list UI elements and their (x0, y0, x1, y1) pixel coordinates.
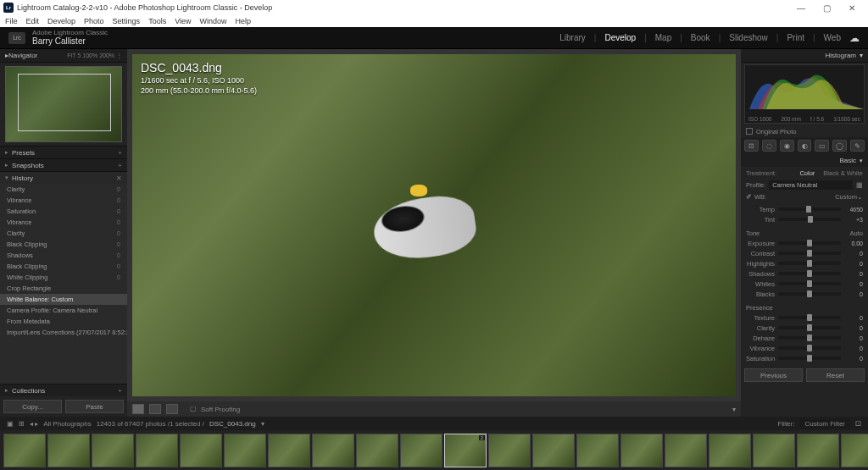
exposure-slider[interactable]: Exposure0.00 (746, 238, 863, 248)
filmstrip-thumb[interactable] (312, 434, 354, 467)
menu-view[interactable]: View (175, 17, 191, 25)
history-item[interactable]: Saturation0 (0, 206, 127, 217)
filter-lock-icon[interactable]: ⚀ (855, 420, 861, 428)
module-web[interactable]: Web (824, 33, 841, 42)
minimize-button[interactable]: — (788, 3, 814, 13)
module-print[interactable]: Print (787, 33, 804, 42)
vibrance-slider[interactable]: Vibrance0 (746, 343, 863, 353)
toolbar-expand-icon[interactable]: ▾ (732, 406, 736, 413)
filmstrip-thumb[interactable] (268, 434, 310, 467)
brush-tool[interactable]: ✎ (850, 140, 865, 152)
filmstrip-thumb[interactable] (665, 434, 707, 467)
treatment-bw[interactable]: Black & White (823, 169, 863, 177)
filmstrip-thumb[interactable] (709, 434, 751, 467)
radial-tool[interactable]: ◯ (832, 140, 847, 152)
reset-button[interactable]: Reset (806, 368, 865, 382)
history-item[interactable]: White Clipping0 (0, 272, 127, 283)
presets-section[interactable]: ▸Presets+ (0, 146, 127, 158)
menu-tools[interactable]: Tools (148, 17, 166, 25)
module-book[interactable]: Book (691, 33, 710, 42)
histogram[interactable]: ISO 1000 200 mm f / 5.6 1/1600 sec (744, 64, 865, 124)
filmstrip[interactable]: 2 (0, 430, 868, 470)
menu-window[interactable]: Window (200, 17, 227, 25)
gradient-tool[interactable]: ▭ (815, 140, 829, 152)
filmstrip-source[interactable]: All Photographs (43, 420, 91, 428)
maximize-button[interactable]: ▢ (814, 3, 839, 13)
histogram-header[interactable]: Histogram ▾ (741, 49, 868, 63)
module-map[interactable]: Map (655, 33, 671, 42)
profile-browser-icon[interactable]: ▦ (856, 181, 863, 189)
menu-develop[interactable]: Develop (47, 17, 75, 25)
filmstrip-thumb[interactable] (180, 434, 222, 467)
previous-button[interactable]: Previous (744, 368, 803, 382)
history-item[interactable]: Import/Lens Corrections (27/07/2017 8:52… (0, 327, 127, 338)
highlights-slider[interactable]: Highlights0 (746, 258, 863, 268)
contrast-slider[interactable]: Contrast0 (746, 248, 863, 258)
module-develop[interactable]: Develop (604, 33, 636, 42)
filmstrip-thumb[interactable]: 2 (444, 434, 487, 467)
menu-help[interactable]: Help (236, 17, 252, 25)
history-item[interactable]: Black Clipping0 (0, 261, 127, 272)
menu-settings[interactable]: Settings (113, 17, 141, 25)
navigator-header[interactable]: ▸ Navigator FIT 5 100% 200% ⋮ (0, 49, 127, 63)
wb-select[interactable]: Custom (835, 193, 857, 201)
menu-edit[interactable]: Edit (26, 17, 40, 25)
temp-slider[interactable]: Temp4650 (746, 204, 863, 214)
snapshots-section[interactable]: ▸Snapshots+ (0, 158, 127, 171)
photo-preview[interactable]: DSC_0043.dng 1/1600 sec at f / 5.6, ISO … (132, 54, 736, 396)
texture-slider[interactable]: Texture0 (746, 312, 863, 323)
filmstrip-thumb[interactable] (224, 434, 266, 467)
redeye-tool[interactable]: ◉ (780, 140, 794, 152)
menu-file[interactable]: File (5, 17, 18, 25)
wb-dropper-icon[interactable]: ✐ (746, 193, 754, 201)
filmstrip-thumb[interactable] (797, 434, 839, 467)
basic-panel-header[interactable]: Basic▾ (741, 154, 868, 167)
filmstrip-thumb[interactable] (620, 434, 663, 467)
filmstrip-thumb[interactable] (841, 434, 868, 467)
history-item[interactable]: Clarity0 (0, 184, 127, 195)
history-item[interactable]: Camera Profile: Camera Neutral (0, 305, 127, 316)
collections-section[interactable]: ▸Collections+ (0, 384, 127, 396)
filmstrip-thumb[interactable] (488, 434, 531, 467)
history-item[interactable]: Vibrance0 (0, 217, 127, 228)
second-monitor-icon[interactable]: ▣ (7, 420, 14, 428)
close-button[interactable]: ✕ (839, 3, 865, 13)
profile-select[interactable]: Camera Neutral (769, 180, 853, 190)
cloud-sync-icon[interactable]: ☁ (849, 32, 860, 44)
module-library[interactable]: Library (559, 33, 586, 42)
filmstrip-thumb[interactable] (576, 434, 619, 467)
tint-slider[interactable]: Tint+3 (746, 214, 863, 224)
history-item[interactable]: From Metadata (0, 316, 127, 327)
filmstrip-thumb[interactable] (3, 434, 46, 467)
history-item[interactable]: White Balance: Custom (0, 294, 127, 305)
reference-view-button[interactable] (166, 404, 178, 414)
history-item[interactable]: Vibrance0 (0, 195, 127, 206)
dehaze-slider[interactable]: Dehaze0 (746, 333, 863, 343)
original-photo-toggle[interactable]: Original Photo (741, 125, 868, 137)
grid-icon[interactable]: ⊞ (19, 420, 25, 428)
filmstrip-thumb[interactable] (356, 434, 398, 467)
auto-tone-button[interactable]: Auto (850, 229, 863, 237)
filmstrip-thumb[interactable] (47, 434, 90, 467)
whites-slider[interactable]: Whites0 (746, 279, 863, 289)
filmstrip-thumb[interactable] (400, 434, 442, 467)
mask-tool[interactable]: ◐ (798, 140, 812, 152)
crop-tool[interactable]: ⊡ (744, 140, 759, 152)
heal-tool[interactable]: ◌ (762, 140, 776, 152)
treatment-color[interactable]: Color (799, 169, 815, 177)
history-item[interactable]: Crop Rectangle (0, 283, 127, 294)
soft-proofing-toggle[interactable]: Soft Proofing (201, 406, 240, 413)
paste-button[interactable]: Paste (65, 400, 124, 413)
copy-button[interactable]: Copy... (3, 400, 62, 413)
blacks-slider[interactable]: Blacks0 (746, 289, 863, 299)
module-slideshow[interactable]: Slideshow (729, 33, 768, 42)
history-item[interactable]: Shadows0 (0, 250, 127, 261)
before-after-button[interactable] (149, 404, 161, 414)
navigator-thumbnail[interactable] (5, 66, 122, 142)
loupe-view-button[interactable] (132, 404, 144, 414)
filmstrip-thumb[interactable] (136, 434, 178, 467)
shadows-slider[interactable]: Shadows0 (746, 268, 863, 279)
saturation-slider[interactable]: Saturation0 (746, 353, 863, 363)
menu-photo[interactable]: Photo (84, 17, 104, 25)
history-item[interactable]: Clarity0 (0, 228, 127, 239)
